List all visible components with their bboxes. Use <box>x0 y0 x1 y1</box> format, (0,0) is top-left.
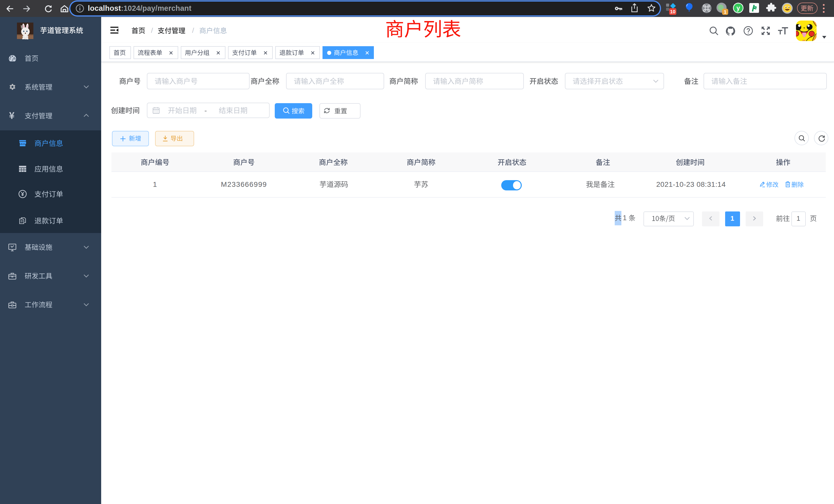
svg-text:y: y <box>737 4 740 12</box>
svg-text:1: 1 <box>724 9 727 15</box>
svg-text:10: 10 <box>670 9 675 14</box>
